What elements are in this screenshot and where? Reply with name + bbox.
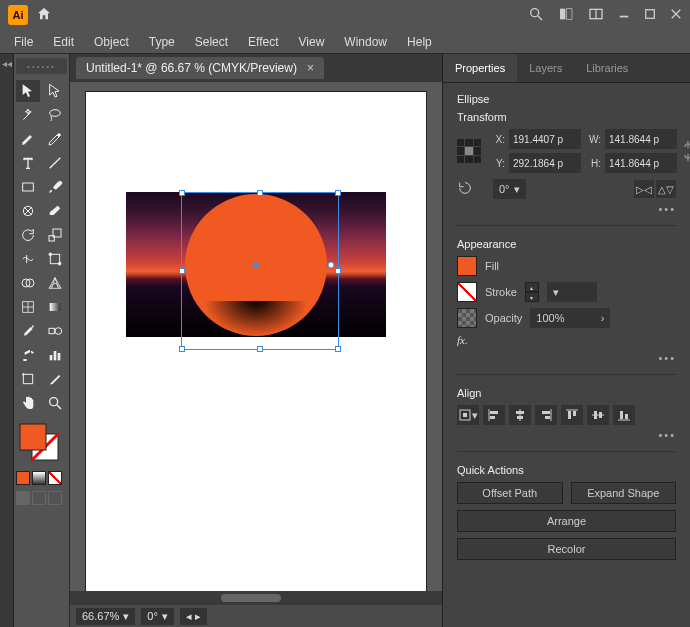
- line-tool[interactable]: [43, 152, 67, 174]
- minimize-button[interactable]: [618, 8, 630, 23]
- stroke-swatch[interactable]: [457, 282, 477, 302]
- shaper-tool[interactable]: [16, 200, 40, 222]
- tools-header[interactable]: ••••••: [16, 58, 67, 74]
- opacity-field[interactable]: 100%›: [530, 308, 610, 328]
- menu-help[interactable]: Help: [399, 33, 440, 51]
- menu-file[interactable]: File: [6, 33, 41, 51]
- x-field[interactable]: 191.4407 p: [509, 129, 581, 149]
- canvas[interactable]: [70, 82, 442, 591]
- appearance-more-icon[interactable]: •••: [457, 352, 676, 364]
- symbol-sprayer-tool[interactable]: [16, 344, 40, 366]
- menu-edit[interactable]: Edit: [45, 33, 82, 51]
- panel-tabs: Properties Layers Libraries: [443, 54, 690, 83]
- blend-tool[interactable]: [43, 320, 67, 342]
- y-field[interactable]: 292.1864 p: [509, 153, 581, 173]
- arrange-docs-icon[interactable]: [588, 6, 604, 25]
- document-tab[interactable]: Untitled-1* @ 66.67 % (CMYK/Preview) ×: [76, 57, 324, 79]
- tab-layers[interactable]: Layers: [517, 54, 574, 82]
- menu-object[interactable]: Object: [86, 33, 137, 51]
- flip-horizontal-button[interactable]: ▷◁: [634, 180, 654, 198]
- horizontal-scrollbar[interactable]: [70, 591, 442, 605]
- close-button[interactable]: [670, 8, 682, 23]
- opacity-label: Opacity: [485, 312, 522, 324]
- reference-point-locator[interactable]: [457, 139, 481, 163]
- svg-rect-2: [560, 8, 565, 19]
- tab-libraries[interactable]: Libraries: [574, 54, 640, 82]
- rotate-tool[interactable]: [16, 224, 40, 246]
- rotate-field[interactable]: 0°▾: [493, 179, 526, 199]
- flip-vertical-button[interactable]: △▽: [656, 180, 676, 198]
- scale-tool[interactable]: [43, 224, 67, 246]
- document-tab-title: Untitled-1* @ 66.67 % (CMYK/Preview): [86, 61, 297, 75]
- arrange-button[interactable]: Arrange: [457, 510, 676, 532]
- free-transform-tool[interactable]: [43, 248, 67, 270]
- paintbrush-tool[interactable]: [43, 176, 67, 198]
- fill-stroke-wells[interactable]: [16, 420, 67, 467]
- artboard-nav[interactable]: ◂ ▸: [180, 608, 207, 625]
- lasso-tool[interactable]: [43, 104, 67, 126]
- magic-wand-tool[interactable]: [16, 104, 40, 126]
- workspace-icon[interactable]: [558, 6, 574, 25]
- gradient-tool[interactable]: [43, 296, 67, 318]
- h-field[interactable]: 141.8644 p: [605, 153, 677, 173]
- column-graph-tool[interactable]: [43, 344, 67, 366]
- align-right-button[interactable]: [535, 405, 557, 425]
- transform-more-icon[interactable]: •••: [457, 203, 676, 215]
- recolor-button[interactable]: Recolor: [457, 538, 676, 560]
- menu-effect[interactable]: Effect: [240, 33, 286, 51]
- align-left-button[interactable]: [483, 405, 505, 425]
- align-vcenter-button[interactable]: [587, 405, 609, 425]
- expand-shape-button[interactable]: Expand Shape: [571, 482, 677, 504]
- slice-tool[interactable]: [43, 368, 67, 390]
- align-more-icon[interactable]: •••: [457, 429, 676, 441]
- status-bar: 66.67% ▾ 0° ▾ ◂ ▸: [70, 605, 442, 627]
- close-tab-icon[interactable]: ×: [307, 61, 314, 75]
- eyedropper-tool[interactable]: [16, 320, 40, 342]
- home-icon[interactable]: [36, 6, 52, 25]
- rectangle-tool[interactable]: [16, 176, 40, 198]
- menu-view[interactable]: View: [291, 33, 333, 51]
- w-field[interactable]: 141.8644 p: [605, 129, 677, 149]
- opacity-swatch[interactable]: [457, 308, 477, 328]
- fill-swatch[interactable]: [457, 256, 477, 276]
- stroke-weight-field[interactable]: ▾: [547, 282, 597, 302]
- menu-type[interactable]: Type: [141, 33, 183, 51]
- direct-selection-tool[interactable]: [43, 80, 67, 102]
- color-mode-row[interactable]: [16, 471, 67, 485]
- menu-select[interactable]: Select: [187, 33, 236, 51]
- offset-path-button[interactable]: Offset Path: [457, 482, 563, 504]
- align-hcenter-button[interactable]: [509, 405, 531, 425]
- hand-tool[interactable]: [16, 392, 40, 414]
- curvature-tool[interactable]: [43, 128, 67, 150]
- align-top-button[interactable]: [561, 405, 583, 425]
- tab-properties[interactable]: Properties: [443, 54, 517, 82]
- menu-window[interactable]: Window: [336, 33, 395, 51]
- align-bottom-button[interactable]: [613, 405, 635, 425]
- svg-rect-39: [20, 424, 46, 450]
- align-to-button[interactable]: ▾: [457, 405, 479, 425]
- selection-bounding-box[interactable]: [181, 192, 339, 350]
- rotate-view-field[interactable]: 0° ▾: [141, 608, 174, 625]
- eraser-tool[interactable]: [43, 200, 67, 222]
- stroke-weight-stepper[interactable]: ▴▾: [525, 282, 539, 302]
- constrain-proportions-icon[interactable]: [681, 137, 690, 165]
- maximize-button[interactable]: [644, 8, 656, 23]
- draw-mode-row[interactable]: [16, 491, 67, 505]
- svg-rect-30: [53, 351, 56, 360]
- svg-rect-55: [594, 411, 597, 419]
- search-icon[interactable]: [528, 6, 544, 25]
- type-tool[interactable]: [16, 152, 40, 174]
- fx-button[interactable]: fx.: [457, 334, 468, 346]
- panel-collapse-strip[interactable]: ◂◂: [0, 54, 14, 627]
- shape-builder-tool[interactable]: [16, 272, 40, 294]
- selection-tool[interactable]: [16, 80, 40, 102]
- zoom-tool[interactable]: [43, 392, 67, 414]
- mesh-tool[interactable]: [16, 296, 40, 318]
- svg-rect-43: [490, 411, 498, 414]
- perspective-grid-tool[interactable]: [43, 272, 67, 294]
- pen-tool[interactable]: [16, 128, 40, 150]
- artboard[interactable]: [86, 92, 426, 591]
- width-tool[interactable]: [16, 248, 40, 270]
- artboard-tool[interactable]: [16, 368, 40, 390]
- zoom-field[interactable]: 66.67% ▾: [76, 608, 135, 625]
